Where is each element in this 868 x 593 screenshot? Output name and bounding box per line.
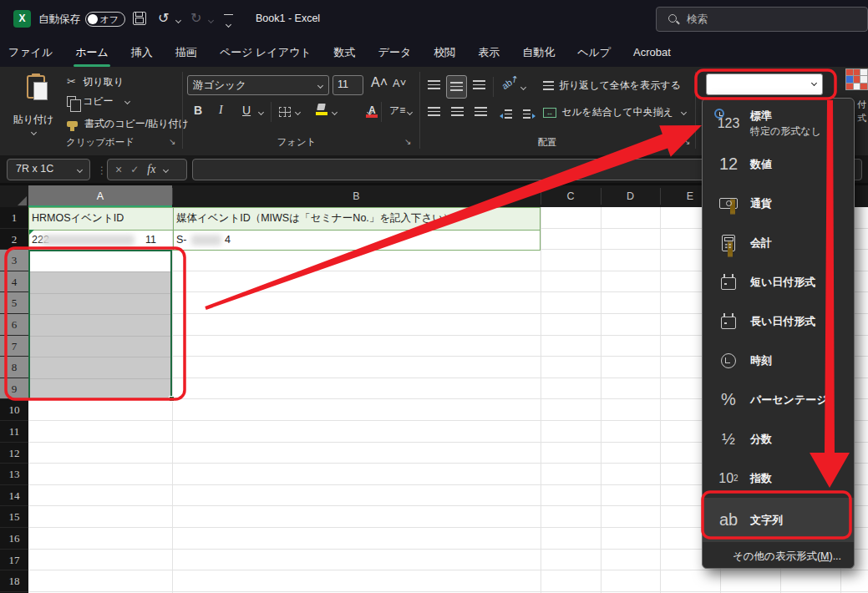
menu-item-text[interactable]: ab 文字列 (703, 498, 854, 542)
formula-bar-grip-icon[interactable]: ⋮ (97, 165, 107, 176)
search-box[interactable]: 検索 (656, 7, 868, 32)
enter-icon[interactable]: ✓ (130, 164, 139, 175)
decrease-indent-icon[interactable] (500, 107, 512, 122)
clipboard-dialog-launcher-icon[interactable]: ↘ (169, 137, 175, 146)
undo-icon[interactable]: ↺ (158, 10, 169, 26)
column-header-b[interactable]: B (172, 185, 541, 207)
row-header-13[interactable]: 13 (0, 464, 28, 485)
row-header-18[interactable]: 18 (0, 570, 28, 592)
row-header-4[interactable]: 4 (0, 271, 28, 293)
row-header-6[interactable]: 6 (0, 314, 28, 336)
menu-item-percentage[interactable]: % パーセンテージ (703, 380, 854, 419)
wrap-text-button[interactable]: 折り返して全体を表示する (543, 79, 681, 93)
menu-item-short-date[interactable]: 短い日付形式 (703, 262, 854, 302)
undo-dropdown-icon[interactable] (175, 18, 181, 23)
name-box[interactable]: 7R x 1C (7, 159, 90, 180)
menu-item-scientific[interactable]: 102 指数 (703, 459, 854, 498)
merge-dropdown-icon[interactable] (681, 109, 687, 115)
save-icon[interactable] (133, 12, 146, 25)
paste-button[interactable]: 貼り付け (7, 67, 60, 142)
alignment-dialog-launcher-icon[interactable]: ↘ (683, 137, 690, 146)
menu-item-number[interactable]: 12 数値 (703, 144, 854, 184)
column-header-a[interactable]: A (28, 185, 172, 207)
phonetic-guide-icon[interactable]: ア≡ (389, 104, 405, 118)
cut-button[interactable]: ✂ 切り取り (67, 73, 124, 89)
row-header-5[interactable]: 5 (0, 292, 28, 314)
menu-item-general[interactable]: 123 標準 特定の形式なし (703, 103, 854, 144)
orientation-dropdown-icon[interactable] (520, 84, 526, 90)
italic-button[interactable]: I (219, 104, 223, 117)
cancel-icon[interactable]: × (115, 163, 122, 176)
align-right-icon[interactable] (475, 107, 487, 116)
bottom-align-icon[interactable] (473, 80, 485, 89)
menu-item-accounting[interactable]: 会計 (703, 223, 854, 262)
row-header-11[interactable]: 11 (0, 421, 28, 443)
tab-home[interactable]: ホーム (75, 45, 109, 60)
tab-page-layout[interactable]: ページ レイアウト (220, 45, 312, 60)
tab-formulas[interactable]: 数式 (334, 45, 356, 60)
font-name-combobox[interactable]: 游ゴシック (187, 75, 329, 95)
row-header-17[interactable]: 17 (0, 550, 28, 571)
column-header-d[interactable]: D (601, 185, 660, 207)
middle-align-icon[interactable] (446, 75, 467, 99)
row-header-1[interactable]: 1 (0, 207, 28, 229)
font-dialog-launcher-icon[interactable]: ↘ (404, 137, 411, 146)
align-left-icon[interactable] (428, 107, 440, 116)
conditional-formatting-icon[interactable] (845, 68, 868, 90)
fill-color-icon[interactable] (316, 104, 327, 115)
insert-function-icon[interactable]: fx (147, 163, 155, 176)
fill-color-dropdown-icon[interactable] (332, 109, 338, 115)
row-header-2[interactable]: 2 (0, 229, 28, 251)
orientation-icon[interactable]: ab↗ (500, 73, 520, 92)
tab-data[interactable]: データ (378, 45, 412, 60)
bold-button[interactable]: B (194, 104, 202, 117)
autosave-toggle[interactable]: オフ (85, 12, 125, 27)
font-size-combobox[interactable]: 11 (332, 75, 363, 95)
row-header-14[interactable]: 14 (0, 485, 28, 507)
row-header-12[interactable]: 12 (0, 443, 28, 464)
top-align-icon[interactable] (428, 80, 440, 89)
column-header-c[interactable]: C (541, 185, 601, 207)
format-painter-button[interactable]: 書式のコピー/貼り付け (67, 117, 189, 131)
increase-font-size-button[interactable]: A˄ (371, 75, 388, 90)
copy-button[interactable]: コピー (67, 94, 129, 109)
underline-dropdown-icon[interactable] (258, 109, 264, 115)
excel-logo-icon[interactable]: X (13, 10, 31, 28)
menu-item-more-formats[interactable]: その他の表示形式(M)... (703, 542, 854, 569)
tab-help[interactable]: ヘルプ (577, 45, 611, 60)
merge-center-button[interactable]: ↔ セルを結合して中央揃え (543, 105, 686, 119)
fx-dropdown-icon[interactable] (163, 166, 169, 172)
row-header-9[interactable]: 9 (0, 378, 28, 400)
tab-view[interactable]: 表示 (478, 45, 500, 60)
row-header-15[interactable]: 15 (0, 506, 28, 528)
number-format-combobox[interactable] (706, 73, 823, 95)
tab-insert[interactable]: 挿入 (131, 45, 153, 60)
menu-item-long-date[interactable]: 長い日付形式 (703, 302, 854, 341)
menu-item-currency[interactable]: 通貨 (703, 184, 854, 223)
paste-dropdown-icon[interactable] (31, 129, 37, 135)
select-all-corner[interactable] (0, 185, 28, 207)
align-center-icon[interactable] (451, 107, 464, 116)
fill-handle[interactable] (169, 396, 175, 402)
row-header-3[interactable]: 3 (0, 250, 28, 271)
increase-indent-icon[interactable] (523, 107, 536, 122)
borders-icon[interactable] (279, 107, 291, 117)
decrease-font-size-button[interactable]: A˅ (393, 77, 406, 89)
borders-dropdown-icon[interactable] (295, 109, 301, 115)
row-header-16[interactable]: 16 (0, 528, 28, 550)
tab-automate[interactable]: 自動化 (522, 45, 555, 60)
row-header-7[interactable]: 7 (0, 336, 28, 357)
underline-button[interactable]: U (242, 104, 251, 117)
row-header-8[interactable]: 8 (0, 357, 28, 378)
customize-toolbar-icon[interactable] (224, 14, 233, 30)
phonetic-dropdown-icon[interactable] (407, 109, 413, 115)
menu-item-fraction[interactable]: ½ 分数 (703, 419, 854, 459)
tab-draw[interactable]: 描画 (175, 45, 197, 60)
tab-review[interactable]: 校閲 (434, 45, 455, 60)
copy-dropdown-icon[interactable] (124, 99, 130, 104)
row-header-10[interactable]: 10 (0, 399, 28, 421)
tab-file[interactable]: ファイル (8, 45, 53, 60)
menu-item-time[interactable]: 時刻 (703, 341, 854, 380)
tab-acrobat[interactable]: Acrobat (633, 46, 671, 58)
selection-a3-a9[interactable] (28, 250, 172, 399)
